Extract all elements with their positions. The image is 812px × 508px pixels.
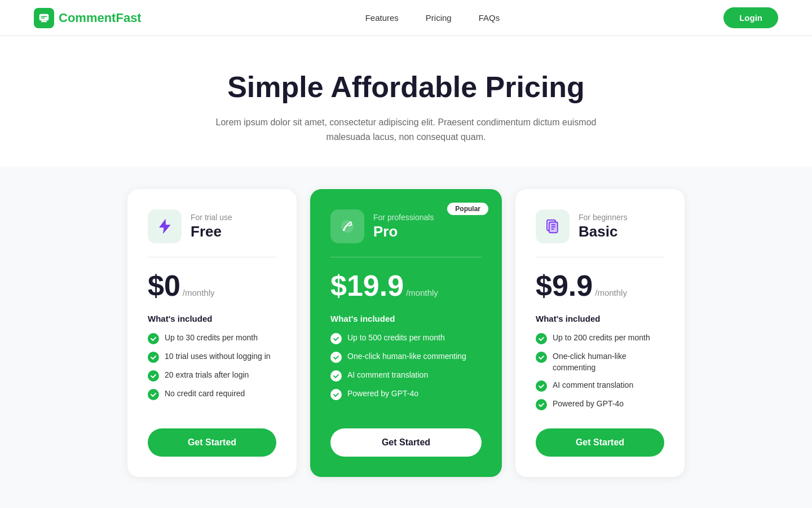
basic-included-title: What's included: [536, 314, 664, 323]
svg-rect-1: [39, 14, 49, 20]
basic-feature-3: AI comment translation: [536, 380, 664, 392]
popular-badge: Popular: [447, 203, 488, 215]
free-period: /monthly: [183, 288, 215, 297]
free-price: $0: [148, 271, 180, 300]
plan-free-header: For trial use Free: [148, 209, 276, 243]
check-icon: [536, 380, 547, 392]
pro-feature-4: Powered by GPT-4o: [330, 388, 482, 400]
check-icon: [148, 352, 159, 363]
pro-period: /monthly: [406, 288, 438, 297]
check-icon: [148, 333, 159, 344]
pro-price-row: $19.9 /monthly: [330, 271, 482, 300]
logo[interactable]: CommentFast: [34, 8, 142, 28]
check-icon: [536, 399, 547, 410]
pro-subtitle: For professionals: [373, 213, 434, 222]
basic-period: /monthly: [595, 288, 627, 297]
login-button[interactable]: Login: [723, 7, 778, 28]
check-icon: [148, 370, 159, 382]
svg-point-3: [343, 229, 345, 231]
svg-rect-11: [551, 229, 554, 230]
free-plan-icon: [148, 209, 182, 243]
pro-features: Up to 500 credits per month One-click hu…: [330, 332, 482, 410]
nav-links: Features Pricing FAQs: [365, 13, 500, 23]
basic-feature-1: Up to 200 credits per month: [536, 332, 664, 344]
basic-cta-button[interactable]: Get Started: [536, 428, 664, 457]
check-icon: [148, 389, 159, 400]
check-icon: [330, 370, 342, 382]
pro-included-title: What's included: [330, 314, 482, 323]
pro-divider: [330, 257, 482, 257]
free-feature-3: 20 extra trials after login: [148, 370, 276, 382]
nav-pricing[interactable]: Pricing: [426, 13, 452, 23]
navbar: CommentFast Features Pricing FAQs Login: [0, 0, 812, 36]
plan-basic: For beginners Basic $9.9 /monthly What's…: [515, 189, 685, 477]
svg-rect-9: [551, 224, 556, 225]
check-icon: [536, 352, 547, 363]
free-divider: [148, 257, 276, 257]
free-subtitle: For trial use: [191, 213, 232, 222]
basic-title-group: For beginners Basic: [579, 213, 627, 240]
svg-rect-10: [551, 226, 556, 227]
free-feature-1: Up to 30 credits per month: [148, 332, 276, 344]
free-included-title: What's included: [148, 314, 276, 323]
free-features: Up to 30 credits per month 10 trial uses…: [148, 332, 276, 410]
free-feature-2: 10 trial uses without logging in: [148, 351, 276, 363]
free-feature-4: No credit card required: [148, 388, 276, 400]
pro-feature-3: AI comment translation: [330, 370, 482, 382]
hero-title: Simple Affordable Pricing: [11, 70, 801, 104]
basic-feature-4: Powered by GPT-4o: [536, 398, 664, 410]
svg-point-2: [341, 220, 354, 233]
basic-features: Up to 200 credits per month One-click hu…: [536, 332, 664, 410]
basic-subtitle: For beginners: [579, 213, 627, 222]
basic-plan-icon: [536, 209, 570, 243]
pro-feature-2: One-click human-like commenting: [330, 351, 482, 363]
free-title-group: For trial use Free: [191, 213, 232, 240]
pro-cta-button[interactable]: Get Started: [330, 428, 482, 457]
hero-section: Simple Affordable Pricing Lorem ipsum do…: [0, 36, 812, 167]
free-price-row: $0 /monthly: [148, 271, 276, 300]
check-icon: [330, 389, 342, 400]
nav-features[interactable]: Features: [365, 13, 399, 23]
pro-title-group: For professionals Pro: [373, 213, 434, 240]
basic-price: $9.9: [536, 271, 593, 300]
pro-title: Pro: [373, 223, 434, 240]
hero-description: Lorem ipsum dolor sit amet, consectetur …: [214, 115, 598, 144]
plan-free: For trial use Free $0 /monthly What's in…: [127, 189, 297, 477]
basic-price-row: $9.9 /monthly: [536, 271, 664, 300]
plan-pro: Popular For professionals Pro $19.9 /mon…: [310, 189, 502, 477]
check-icon: [330, 333, 342, 344]
basic-feature-2: One-click human-like commenting: [536, 351, 664, 373]
free-title: Free: [191, 223, 232, 240]
logo-icon: [34, 8, 54, 28]
basic-title: Basic: [579, 223, 627, 240]
pricing-section: For trial use Free $0 /monthly What's in…: [0, 167, 812, 508]
logo-text: CommentFast: [59, 11, 142, 25]
basic-divider: [536, 257, 664, 257]
free-cta-button[interactable]: Get Started: [148, 428, 276, 457]
pro-feature-1: Up to 500 credits per month: [330, 332, 482, 344]
pro-price: $19.9: [330, 271, 404, 300]
nav-faqs[interactable]: FAQs: [479, 13, 500, 23]
plan-basic-header: For beginners Basic: [536, 209, 664, 243]
check-icon: [536, 333, 547, 344]
pro-plan-icon: [330, 209, 364, 243]
check-icon: [330, 352, 342, 363]
